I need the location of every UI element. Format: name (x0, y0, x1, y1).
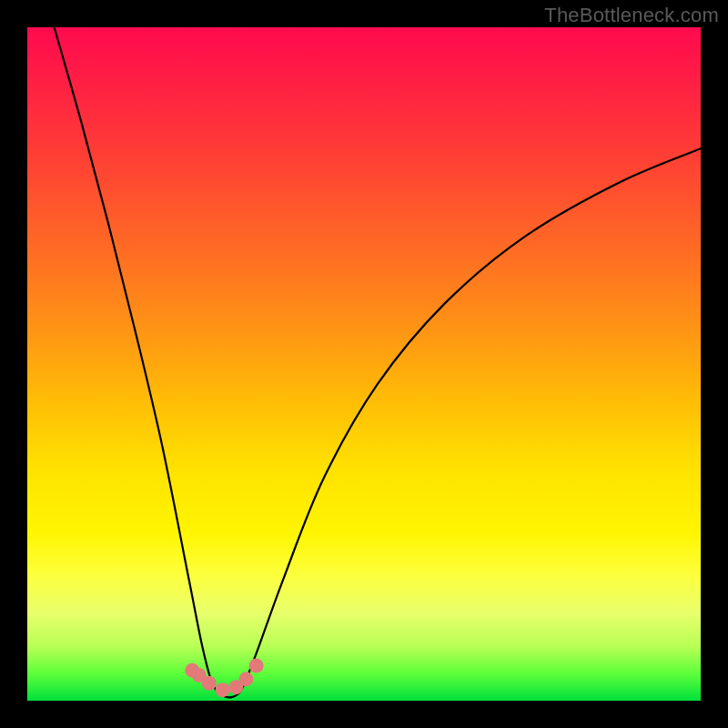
bottom-dot (216, 682, 230, 697)
bottom-dot (202, 676, 217, 691)
bottom-dots-group (185, 659, 263, 698)
plot-area (27, 27, 701, 701)
watermark-text: TheBottleneck.com (544, 4, 719, 27)
bottom-dot (239, 672, 254, 686)
bottom-dot (249, 659, 264, 673)
chart-frame: TheBottleneck.com (0, 0, 728, 728)
curve-layer (27, 27, 701, 701)
bottleneck-curve (55, 27, 701, 697)
